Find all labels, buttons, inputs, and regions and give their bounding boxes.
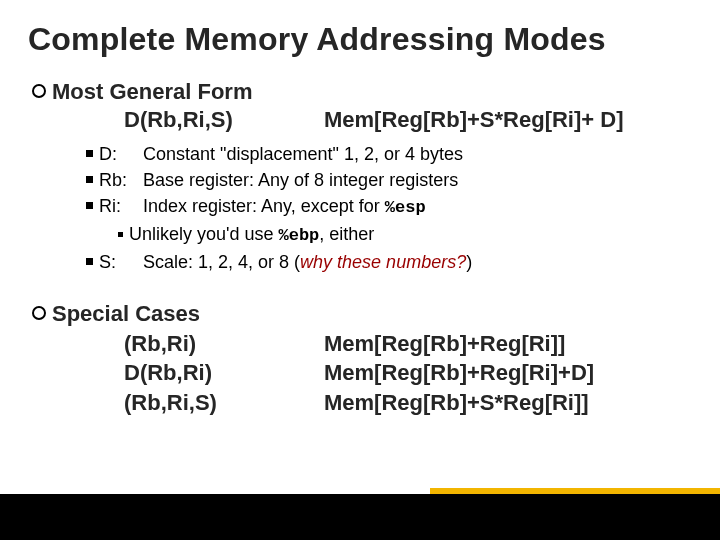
def-s: S:Scale: 1, 2, 4, or 8 (why these number… — [86, 249, 692, 275]
footer-decoration — [0, 492, 720, 540]
def-d: D:Constant "displacement" 1, 2, or 4 byt… — [86, 141, 692, 167]
bullet-square-icon — [86, 176, 93, 183]
special-row: (Rb,Ri) Mem[Reg[Rb]+Reg[Ri]] — [124, 329, 692, 359]
section-general-heading: Most General Form — [32, 79, 692, 105]
bullet-ring-icon — [32, 306, 46, 320]
bullet-square-icon — [86, 258, 93, 265]
definitions-list: D:Constant "displacement" 1, 2, or 4 byt… — [86, 141, 692, 275]
special-row: (Rb,Ri,S) Mem[Reg[Rb]+S*Reg[Ri]] — [124, 388, 692, 418]
section-special-heading: Special Cases — [32, 301, 692, 327]
bullet-square-small-icon — [118, 232, 123, 237]
section-special: Special Cases (Rb,Ri) Mem[Reg[Rb]+Reg[Ri… — [28, 301, 692, 418]
slide-title: Complete Memory Addressing Modes — [28, 22, 692, 57]
footer-black-bar — [0, 494, 720, 540]
def-ri-sub: Unlikely you'd use %ebp, either — [118, 221, 692, 249]
bullet-ring-icon — [32, 84, 46, 98]
general-form-right: Mem[Reg[Rb]+S*Reg[Ri]+ D] — [324, 107, 623, 133]
special-row: D(Rb,Ri) Mem[Reg[Rb]+Reg[Ri]+D] — [124, 358, 692, 388]
general-form-left: D(Rb,Ri,S) — [124, 107, 324, 133]
def-rb: Rb:Base register: Any of 8 integer regis… — [86, 167, 692, 193]
bullet-square-icon — [86, 202, 93, 209]
def-ri: Ri:Index register: Any, except for %esp — [86, 193, 692, 221]
bullet-square-icon — [86, 150, 93, 157]
slide: Complete Memory Addressing Modes Most Ge… — [0, 0, 720, 540]
general-form-row: D(Rb,Ri,S) Mem[Reg[Rb]+S*Reg[Ri]+ D] — [124, 107, 692, 133]
